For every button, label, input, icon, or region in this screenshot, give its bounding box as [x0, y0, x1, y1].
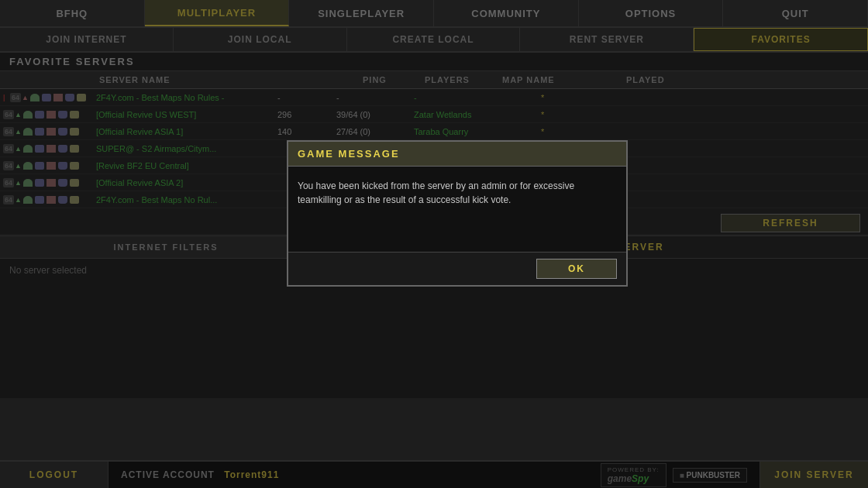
modal-ok-button[interactable]: OK: [536, 259, 617, 279]
game-message-modal: GAME MESSAGE You have been kicked from t…: [287, 140, 628, 287]
modal-title: GAME MESSAGE: [288, 142, 626, 167]
modal-footer: OK: [288, 252, 626, 285]
modal-body: You have been kicked from the server by …: [288, 167, 626, 252]
modal-overlay: GAME MESSAGE You have been kicked from t…: [0, 0, 868, 488]
